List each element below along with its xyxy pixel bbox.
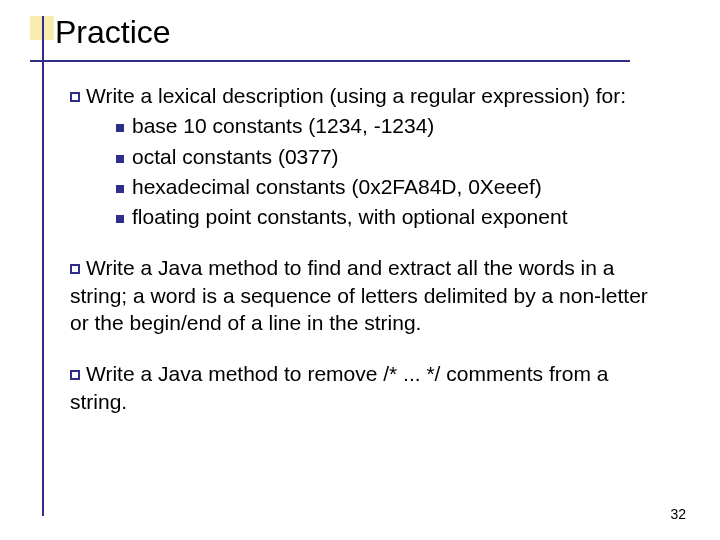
slide-title: Practice: [55, 14, 171, 51]
sub-list-item: octal constants (0377): [116, 143, 665, 170]
sub-list-item: floating point constants, with optional …: [116, 203, 665, 230]
sub-list-item: hexadecimal constants (0x2FA84D, 0Xeeef): [116, 173, 665, 200]
bullet-text: Write a Java method to remove /* ... */ …: [70, 362, 608, 412]
list-item: Write a Java method to find and extract …: [70, 254, 665, 336]
sub-bullet-text: base 10 constants (1234, -1234): [132, 114, 434, 137]
page-number: 32: [670, 506, 686, 522]
square-bullet-icon: [70, 92, 80, 102]
list-item: Write a lexical description (using a reg…: [70, 82, 665, 230]
vertical-rule: [42, 16, 44, 516]
bullet-text: Write a Java method to find and extract …: [70, 256, 648, 334]
sub-list: base 10 constants (1234, -1234) octal co…: [116, 112, 665, 230]
bullet-text: Write a lexical description (using a reg…: [86, 84, 626, 107]
sub-bullet-text: floating point constants, with optional …: [132, 205, 567, 228]
filled-square-bullet-icon: [116, 215, 124, 223]
square-bullet-icon: [70, 264, 80, 274]
filled-square-bullet-icon: [116, 124, 124, 132]
filled-square-bullet-icon: [116, 155, 124, 163]
sub-bullet-text: hexadecimal constants (0x2FA84D, 0Xeeef): [132, 175, 542, 198]
title-underline: [30, 60, 630, 62]
square-bullet-icon: [70, 370, 80, 380]
sub-list-item: base 10 constants (1234, -1234): [116, 112, 665, 139]
filled-square-bullet-icon: [116, 185, 124, 193]
list-item: Write a Java method to remove /* ... */ …: [70, 360, 665, 415]
slide-content: Write a lexical description (using a reg…: [70, 82, 665, 439]
sub-bullet-text: octal constants (0377): [132, 145, 339, 168]
